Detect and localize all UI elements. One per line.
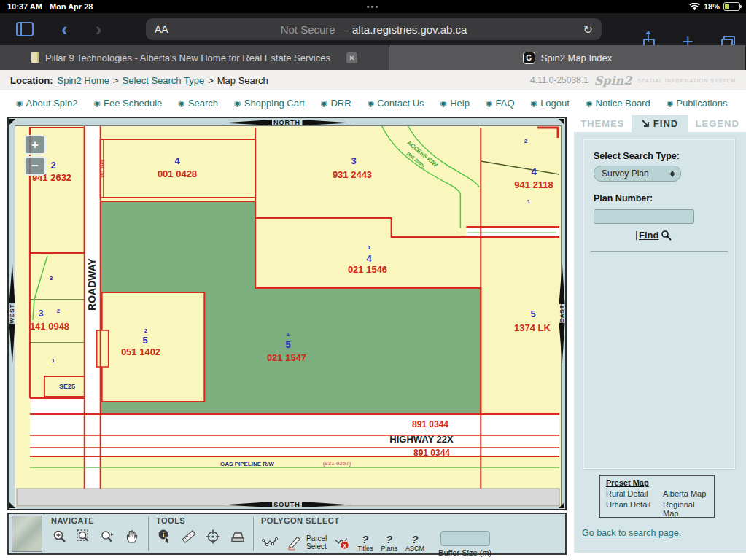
polygon-tool-icon[interactable] <box>261 534 279 551</box>
center-tool-icon[interactable] <box>204 528 222 545</box>
tools-group: TOOLS i <box>150 514 252 553</box>
menu-bullet-icon: ◉ <box>234 98 241 108</box>
navigate-label: NAVIGATE <box>51 516 141 525</box>
map-corner-arrow[interactable] <box>9 119 15 125</box>
east-banner: EAST <box>559 263 565 363</box>
identify-tool-icon[interactable]: i <box>156 528 174 545</box>
pan-hand-icon[interactable] <box>123 528 141 545</box>
tab-strip: Pillar 9 Technologies - Alberta's New Ho… <box>0 45 746 70</box>
menu-item-label: Logout <box>540 98 570 109</box>
menu-bullet-icon: ◉ <box>178 98 185 108</box>
menu-item-logout[interactable]: ◉Logout <box>531 98 570 109</box>
menu-item-help[interactable]: ◉Help <box>440 98 470 109</box>
reload-icon[interactable]: ↻ <box>583 23 593 36</box>
menu-bullet-icon: ◉ <box>531 98 538 108</box>
menu-item-contact-us[interactable]: ◉Contact Us <box>368 98 424 109</box>
menu-item-search[interactable]: ◉Search <box>178 98 218 109</box>
address-bar[interactable]: AA Not Secure — alta.registries.gov.ab.c… <box>146 18 602 40</box>
menu-item-label: Shopping Cart <box>244 98 305 109</box>
parcel-select-tool-icon[interactable] <box>285 534 303 551</box>
search-icon[interactable] <box>661 230 672 241</box>
polygon-select-group: POLYGON SELECT Parcel Select x ?Titles?P… <box>255 514 497 553</box>
divider <box>591 251 728 252</box>
zoom-in-tool-icon[interactable] <box>51 528 69 545</box>
menu-item-label: Help <box>450 98 470 109</box>
security-label: Not Secure — <box>281 23 352 36</box>
crumb-select-search-type[interactable]: Select Search Type <box>123 75 205 86</box>
help-label: Plans <box>381 545 398 552</box>
location-label: Location: <box>10 75 53 86</box>
help-titles[interactable]: ?Titles <box>357 534 373 552</box>
find-button[interactable]: Find <box>639 230 658 241</box>
map-viewport[interactable]: 2941 2632901 25654001 04283931 2443ACCES… <box>15 125 562 508</box>
forward-icon[interactable]: › <box>96 20 102 39</box>
menu-item-label: Publications <box>676 98 727 109</box>
zoom-out-button[interactable]: − <box>24 156 46 176</box>
measure-tool-icon[interactable] <box>180 528 198 545</box>
menu-item-drr[interactable]: ◉DRR <box>321 98 351 109</box>
crumb-spin2-home[interactable]: Spin2 Home <box>58 75 110 86</box>
map-corner-arrow[interactable] <box>559 119 564 125</box>
menu-item-shopping-cart[interactable]: ◉Shopping Cart <box>234 98 305 109</box>
tab-overview-icon[interactable] <box>721 36 733 46</box>
menu-item-faq[interactable]: ◉FAQ <box>486 98 515 109</box>
zoom-box-tool-icon[interactable] <box>75 528 93 545</box>
preset-map-options: Rural DetailAlberta MapUrban DetailRegio… <box>606 489 708 518</box>
browser-toolbar: ‹ › AA Not Secure — alta.registries.gov.… <box>0 13 746 45</box>
tab-pillar9[interactable]: Pillar 9 Technologies - Alberta's New Ho… <box>0 45 389 70</box>
menu-bullet-icon: ◉ <box>321 98 328 108</box>
back-icon[interactable]: ‹ <box>61 20 68 39</box>
search-type-select[interactable]: Survey Plan <box>594 166 681 182</box>
menu-item-about-spin2[interactable]: ◉About Spin2 <box>16 98 77 109</box>
tab-find[interactable]: FIND <box>632 115 689 132</box>
plan-number-input[interactable] <box>594 209 694 224</box>
question-mark-icon: ? <box>411 534 418 545</box>
find-arrow-icon <box>642 120 650 128</box>
domain-label: alta.registries.gov.ab.ca <box>352 23 467 36</box>
menu-bullet-icon: ◉ <box>16 98 23 108</box>
tab-legend[interactable]: LEGEND <box>688 115 746 132</box>
question-mark-icon: ? <box>386 534 392 545</box>
version-number: 4.11.0-25038.1 <box>530 75 588 85</box>
polygon-select-label: POLYGON SELECT <box>261 516 491 525</box>
print-tool-icon[interactable] <box>228 528 246 545</box>
buffer-size-label: Buffer Size (m) <box>438 548 491 557</box>
menu-item-publications[interactable]: ◉Publications <box>667 98 728 109</box>
menu-bullet-icon: ◉ <box>486 98 493 108</box>
menu-item-fee-schedule[interactable]: ◉Fee Schedule <box>93 98 162 109</box>
menu-item-label: About Spin2 <box>26 98 78 109</box>
tools-label: TOOLS <box>156 516 246 525</box>
overview-map-thumbnail[interactable] <box>12 516 42 552</box>
breadcrumb: Spin2 Home>Select Search Type>Map Search <box>58 75 268 86</box>
parcel-select-label[interactable]: Parcel Select <box>306 534 327 551</box>
parcel-map[interactable] <box>15 126 561 507</box>
breadcrumb-separator: > <box>113 75 119 86</box>
buffer-size-input[interactable] <box>440 531 490 546</box>
help-plans[interactable]: ?Plans <box>381 534 398 552</box>
back-to-search-link[interactable]: Go back to search page. <box>582 528 681 538</box>
help-ascm[interactable]: ?ASCM <box>405 534 424 552</box>
tab-themes[interactable]: THEMES <box>574 115 632 132</box>
zoom-pan-tool-icon[interactable] <box>99 528 117 545</box>
close-tab-icon[interactable]: ✕ <box>346 52 357 63</box>
sidebar-icon[interactable] <box>16 22 34 36</box>
menu-item-notice-board[interactable]: ◉Notice Board <box>586 98 650 109</box>
search-form: Select Search Type: Survey Plan Plan Num… <box>583 139 736 470</box>
preset-regional-map[interactable]: Regional Map <box>663 500 708 518</box>
tab-spin2-map-index[interactable]: G Spin2 Map Index <box>389 45 746 70</box>
version-block: 4.11.0-25038.1 Spin2 SPATIAL INFORMATION… <box>530 74 736 88</box>
status-bar: 10:37 AM Mon Apr 28 ••• 18% <box>0 0 746 13</box>
clear-polygon-tool-icon[interactable]: x <box>333 534 351 551</box>
zoom-in-button[interactable]: + <box>24 135 46 155</box>
menu-bullet-icon: ◉ <box>440 98 448 108</box>
preset-alberta-map[interactable]: Alberta Map <box>663 489 708 498</box>
url-text: Not Secure — alta.registries.gov.ab.ca <box>146 23 602 36</box>
menu-item-label: Notice Board <box>596 98 650 109</box>
preset-rural-detail[interactable]: Rural Detail <box>606 489 663 498</box>
spin2-logo-suffix: SPATIAL INFORMATION SYSTEM <box>637 78 736 83</box>
menu-item-label: Search <box>188 98 218 109</box>
preset-urban-detail[interactable]: Urban Detail <box>606 500 663 518</box>
pillar9-favicon <box>31 52 39 63</box>
breadcrumb-bar: Location: Spin2 Home>Select Search Type>… <box>0 70 746 91</box>
menu-item-label: FAQ <box>496 98 515 109</box>
